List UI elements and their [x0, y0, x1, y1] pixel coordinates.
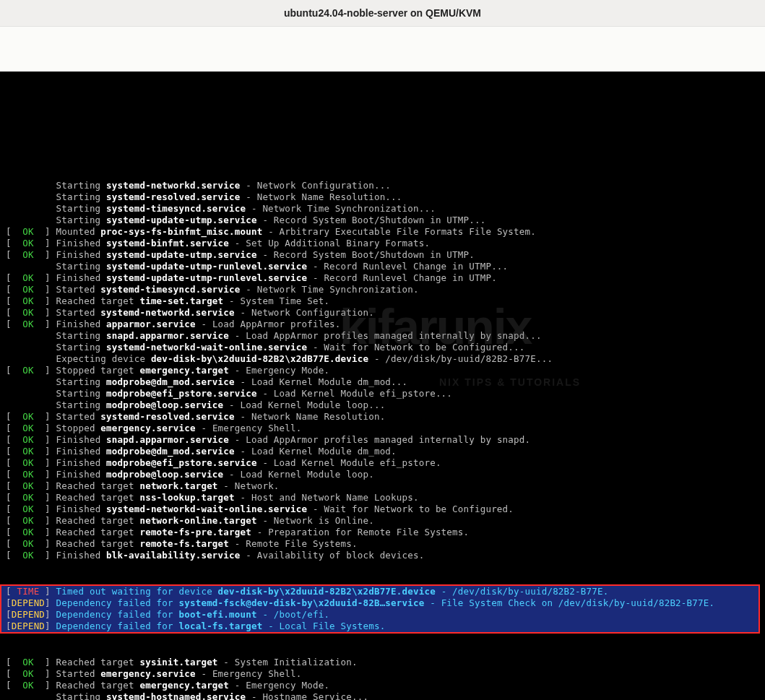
boot-log-line: Starting systemd-update-utmp.service - R… — [6, 215, 759, 226]
boot-log-line: Starting systemd-networkd.service - Netw… — [6, 180, 759, 191]
boot-log-line: [ OK ] Reached target remote-fs-pre.targ… — [6, 527, 759, 538]
boot-log-line: [ OK ] Started systemd-networkd.service … — [6, 307, 759, 319]
boot-error-line: [DEPEND] Dependency failed for systemd-f… — [6, 597, 754, 609]
boot-error-line: [DEPEND] Dependency failed for boot-efi.… — [6, 609, 754, 621]
boot-log-line: [ OK ] Finished modprobe@dm_mod.service … — [6, 446, 759, 457]
boot-log-line: Starting modprobe@efi_pstore.service - L… — [6, 388, 759, 399]
boot-log-line: [ OK ] Reached target network.target - N… — [6, 480, 759, 492]
boot-error-block: [ TIME ] Timed out waiting for device de… — [0, 584, 760, 634]
boot-log-line: [ OK ] Finished snapd.apparmor.service -… — [6, 434, 759, 446]
boot-log-line: Starting systemd-hostnamed.service - Hos… — [6, 691, 759, 700]
boot-log-line: Expecting device dev-disk-by\x2duuid-82B… — [6, 353, 759, 365]
boot-log-line: [ OK ] Finished modprobe@efi_pstore.serv… — [6, 457, 759, 469]
boot-log-line: Starting systemd-update-utmp-runlevel.se… — [6, 261, 759, 272]
boot-log-line: [ OK ] Reached target time-set.target - … — [6, 295, 759, 307]
boot-log-line: [ OK ] Reached target remote-fs.target -… — [6, 538, 759, 550]
boot-log-line: [ OK ] Finished blk-availability.service… — [6, 550, 759, 561]
window-titlebar[interactable]: ubuntu24.04-noble-server on QEMU/KVM — [0, 0, 765, 26]
boot-log-line: [ OK ] Stopped target emergency.target -… — [6, 365, 759, 376]
boot-log-line: [ OK ] Reached target emergency.target -… — [6, 680, 759, 691]
boot-log-line: [ OK ] Finished modprobe@loop.service - … — [6, 469, 759, 480]
boot-log-line: [ OK ] Reached target nss-lookup.target … — [6, 492, 759, 504]
boot-post-block: [ OK ] Reached target sysinit.target - S… — [6, 657, 759, 700]
boot-log-line: [ OK ] Finished systemd-binfmt.service -… — [6, 238, 759, 249]
boot-log-line: [ OK ] Reached target sysinit.target - S… — [6, 657, 759, 668]
boot-log-line: Starting snapd.apparmor.service - Load A… — [6, 330, 759, 342]
boot-log-line: Starting systemd-networkd-wait-online.se… — [6, 342, 759, 353]
window-toolbar — [0, 26, 765, 72]
boot-log-block: Starting systemd-networkd.service - Netw… — [6, 180, 759, 561]
boot-log-line: [ OK ] Mounted proc-sys-fs-binfmt_misc.m… — [6, 226, 759, 238]
boot-log-line: [ OK ] Stopped emergency.service - Emerg… — [6, 423, 759, 434]
boot-log-line: Starting systemd-timesyncd.service - Net… — [6, 203, 759, 215]
terminal-viewport[interactable]: kifarunix NIX TIPS & TUTORIALS Starting … — [0, 72, 765, 700]
boot-log-line: [ OK ] Started systemd-timesyncd.service… — [6, 284, 759, 295]
boot-log-line: Starting systemd-resolved.service - Netw… — [6, 191, 759, 203]
boot-log-line: [ OK ] Started systemd-resolved.service … — [6, 411, 759, 423]
boot-log-line: [ OK ] Started emergency.service - Emerg… — [6, 668, 759, 680]
boot-log-line: [ OK ] Finished systemd-update-utmp.serv… — [6, 249, 759, 261]
window-title: ubuntu24.04-noble-server on QEMU/KVM — [284, 7, 481, 19]
boot-error-line: [ TIME ] Timed out waiting for device de… — [6, 586, 754, 597]
boot-log-line: Starting modprobe@loop.service - Load Ke… — [6, 399, 759, 411]
boot-log-line: [ OK ] Finished apparmor.service - Load … — [6, 319, 759, 330]
boot-log-line: [ OK ] Finished systemd-update-utmp-runl… — [6, 272, 759, 284]
boot-error-line: [DEPEND] Dependency failed for local-fs.… — [6, 621, 754, 632]
boot-log-line: Starting modprobe@dm_mod.service - Load … — [6, 376, 759, 388]
boot-log-line: [ OK ] Finished systemd-networkd-wait-on… — [6, 504, 759, 515]
boot-log-line: [ OK ] Reached target network-online.tar… — [6, 515, 759, 527]
